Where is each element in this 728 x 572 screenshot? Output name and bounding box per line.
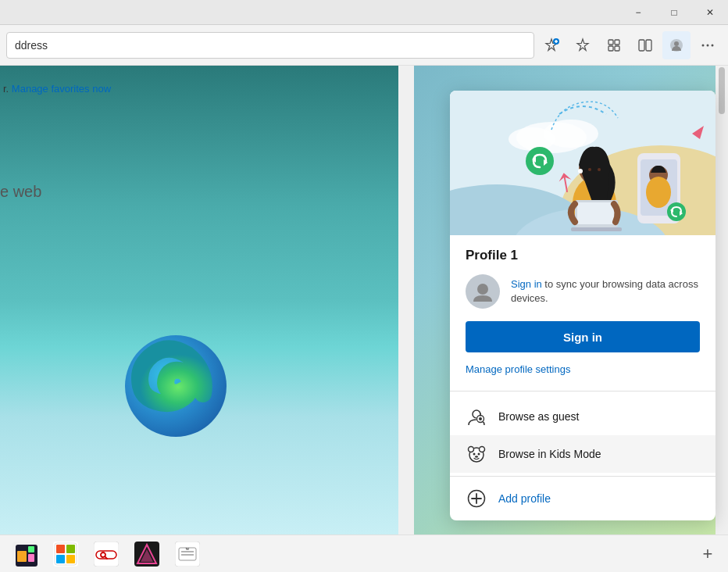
taskbar-item-search[interactable]: [87, 538, 125, 570]
profile-menu-items: Browse as guest: [450, 395, 716, 520]
svg-rect-61: [28, 554, 34, 562]
sign-in-link[interactable]: Sign in: [511, 278, 542, 290]
svg-point-22: [526, 147, 554, 175]
svg-rect-7: [639, 40, 644, 51]
taskbar-item-app4[interactable]: [128, 538, 166, 570]
svg-point-10: [674, 41, 679, 46]
profile-info-section: Profile 1 Sign in to sync your browsing …: [450, 235, 716, 388]
taskbar-item-store[interactable]: [6, 538, 44, 570]
svg-rect-3: [608, 40, 613, 45]
favorites-icon: [575, 38, 591, 53]
kids-icon: [466, 443, 487, 465]
svg-point-38: [667, 202, 686, 221]
address-bar[interactable]: ddress: [6, 32, 534, 59]
new-tab-button[interactable]: +: [694, 540, 722, 568]
svg-point-12: [707, 44, 709, 46]
svg-rect-60: [28, 546, 34, 552]
svg-point-30: [578, 169, 583, 173]
svg-point-37: [646, 177, 671, 208]
profile-name: Profile 1: [466, 248, 700, 263]
svg-point-21: [509, 127, 555, 151]
sign-in-button[interactable]: Sign in: [466, 321, 700, 352]
taskbar-item-app2[interactable]: [47, 538, 84, 570]
minimize-button[interactable]: −: [620, 0, 656, 25]
svg-rect-5: [608, 46, 613, 51]
scrollbar[interactable]: [716, 66, 728, 534]
svg-point-52: [478, 453, 480, 456]
add-favorite-icon: [544, 38, 559, 53]
scrollbar-thumb[interactable]: [719, 67, 725, 114]
profile-avatar-row: Sign in to sync your browsing data acros…: [466, 274, 700, 309]
svg-rect-8: [646, 40, 651, 51]
svg-rect-59: [17, 551, 27, 562]
add-profile-label: Add profile: [498, 492, 551, 505]
svg-point-11: [702, 44, 705, 46]
svg-rect-64: [56, 545, 65, 553]
svg-rect-33: [571, 227, 622, 231]
favorites-button[interactable]: [569, 31, 597, 59]
svg-rect-6: [615, 46, 619, 51]
collections-icon: [606, 38, 622, 53]
split-screen-icon: [637, 38, 653, 53]
divider-2: [450, 476, 716, 477]
browse-as-guest-label: Browse as guest: [498, 410, 580, 423]
edge-logo: [121, 331, 230, 441]
svg-rect-66: [56, 555, 65, 563]
collections-button[interactable]: [600, 31, 628, 59]
svg-point-28: [588, 168, 591, 171]
svg-rect-4: [615, 40, 619, 45]
manage-favorites-link[interactable]: r. Manage favorites now: [0, 81, 114, 96]
guest-icon: [466, 406, 487, 427]
svg-rect-32: [577, 202, 616, 224]
svg-point-13: [712, 44, 714, 46]
svg-point-49: [469, 447, 474, 452]
svg-point-53: [475, 456, 478, 457]
profile-panel: Profile 1 Sign in to sync your browsing …: [450, 91, 716, 520]
browse-as-guest-item[interactable]: Browse as guest: [450, 398, 716, 435]
close-button[interactable]: ✕: [692, 0, 728, 25]
svg-text:W: W: [186, 547, 190, 551]
svg-point-42: [477, 284, 488, 295]
taskbar-item-news[interactable]: W: [169, 538, 206, 570]
sign-in-description: Sign in to sync your browsing data acros…: [511, 277, 700, 306]
manage-favorites-text[interactable]: Manage favorites now: [12, 83, 111, 95]
manage-profile-link[interactable]: Manage profile settings: [466, 363, 570, 375]
add-profile-item[interactable]: Add profile: [450, 480, 716, 517]
split-screen-button[interactable]: [631, 31, 659, 59]
toolbar: ddress: [0, 25, 728, 66]
more-button[interactable]: [694, 31, 722, 59]
svg-point-46: [479, 417, 482, 420]
svg-rect-67: [66, 555, 75, 563]
divider-1: [450, 391, 716, 391]
web-text: e web: [0, 183, 41, 201]
maximize-button[interactable]: □: [656, 0, 692, 25]
taskbar: W +: [0, 534, 728, 572]
profile-icon: [669, 38, 684, 53]
avatar: [466, 274, 500, 309]
more-icon: [700, 38, 716, 53]
kids-mode-label: Browse in Kids Mode: [498, 448, 601, 460]
kids-mode-item[interactable]: Browse in Kids Mode: [450, 435, 716, 473]
profile-hero-image: [450, 91, 716, 235]
title-bar: − □ ✕: [0, 0, 728, 25]
add-favorite-button[interactable]: [537, 31, 566, 59]
add-profile-icon: [466, 488, 487, 509]
svg-point-47: [480, 413, 481, 415]
background-left: [0, 66, 398, 534]
address-text: ddress: [15, 39, 48, 52]
svg-rect-65: [66, 545, 75, 553]
svg-point-29: [598, 168, 601, 171]
profile-button[interactable]: [662, 31, 691, 59]
browser-content: r. Manage favorites now e web: [0, 66, 728, 534]
svg-point-51: [473, 453, 476, 456]
svg-point-50: [480, 447, 485, 452]
